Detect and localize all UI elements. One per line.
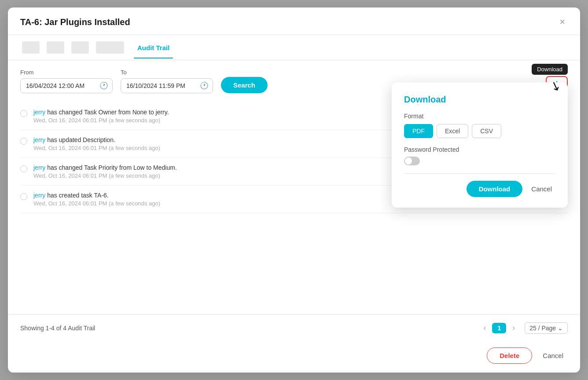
audit-radio[interactable]: [20, 165, 27, 172]
search-button[interactable]: Search: [221, 77, 268, 93]
tab-placeholder-1: [22, 41, 40, 54]
format-label: Format: [404, 113, 555, 120]
audit-time: Wed, Oct 16, 2024 06:01 PM (a few second…: [33, 172, 177, 179]
bottom-actions: Delete Cancel: [8, 341, 580, 373]
filter-to-group: To 🕐: [121, 69, 213, 93]
tab-placeholder-2: [47, 41, 64, 54]
audit-time: Wed, Oct 16, 2024 06:01 PM (a few second…: [33, 200, 160, 207]
to-date-input[interactable]: [121, 78, 213, 93]
audit-text: jerry has created task TA-6. Wed, Oct 16…: [33, 192, 160, 207]
filter-from-group: From 🕐: [20, 69, 113, 93]
modal-footer: Showing 1-4 of 4 Audit Trail ‹ 1 › 25 / …: [8, 314, 580, 341]
close-button[interactable]: ×: [557, 16, 568, 28]
audit-user[interactable]: jerry: [33, 192, 45, 199]
audit-main: jerry has created task TA-6.: [33, 192, 160, 199]
modal-overlay: TA-6: Jar Plugins Installed × Audit Trai…: [0, 0, 588, 380]
pagination: ‹ 1 › 25 / Page ⌄: [480, 322, 568, 334]
audit-action: has updated Description.: [47, 136, 115, 143]
audit-user[interactable]: jerry: [33, 109, 45, 116]
showing-text: Showing 1-4 of 4 Audit Trail: [20, 325, 95, 332]
from-date-wrap: 🕐: [20, 78, 113, 93]
delete-button[interactable]: Delete: [487, 347, 532, 364]
current-page-button[interactable]: 1: [492, 323, 506, 333]
audit-radio[interactable]: [20, 193, 27, 200]
popup-actions: Download Cancel: [404, 181, 555, 197]
audit-action: has changed Task Owner from None to jerr…: [47, 109, 169, 116]
audit-action: has created task TA-6.: [47, 192, 109, 199]
next-page-button[interactable]: ›: [509, 322, 518, 334]
per-page-text: 25 / Page: [529, 325, 556, 332]
format-csv-button[interactable]: CSV: [472, 124, 501, 138]
audit-text: jerry has changed Task Owner from None t…: [33, 109, 169, 124]
download-popup-title: Download: [404, 95, 555, 105]
audit-text: jerry has updated Description. Wed, Oct …: [33, 136, 160, 151]
from-date-input[interactable]: [20, 78, 113, 93]
pw-label: Password Protected: [404, 146, 555, 153]
audit-radio[interactable]: [20, 110, 27, 117]
audit-time: Wed, Oct 16, 2024 06:01 PM (a few second…: [33, 117, 169, 124]
tab-placeholder-3: [71, 41, 89, 54]
to-label: To: [121, 69, 213, 76]
audit-radio[interactable]: [20, 138, 27, 145]
tab-audit-trail[interactable]: Audit Trail: [134, 37, 173, 58]
format-buttons: PDF Excel CSV: [404, 124, 555, 138]
from-label: From: [20, 69, 113, 76]
password-toggle[interactable]: [404, 157, 420, 165]
popup-divider: [404, 173, 555, 174]
format-pdf-button[interactable]: PDF: [404, 124, 433, 138]
audit-time: Wed, Oct 16, 2024 06:01 PM (a few second…: [33, 145, 160, 151]
audit-user[interactable]: jerry: [33, 164, 45, 171]
audit-main: jerry has changed Task Priority from Low…: [33, 164, 177, 171]
tab-placeholder-4: [96, 41, 124, 54]
modal-header: TA-6: Jar Plugins Installed ×: [8, 7, 580, 35]
per-page-select[interactable]: 25 / Page ⌄: [525, 322, 568, 334]
audit-user[interactable]: jerry: [33, 136, 45, 143]
to-date-wrap: 🕐: [121, 78, 213, 93]
modal-tabs: Audit Trail: [8, 35, 580, 60]
password-toggle-wrap: [404, 157, 555, 165]
download-popup: Download Format PDF Excel CSV Password P…: [392, 82, 568, 208]
audit-action: has changed Task Priority from Low to Me…: [47, 164, 177, 171]
modal-title: TA-6: Jar Plugins Installed: [20, 17, 130, 27]
popup-cancel-button[interactable]: Cancel: [528, 181, 555, 197]
audit-text: jerry has changed Task Priority from Low…: [33, 164, 177, 179]
audit-main: jerry has changed Task Owner from None t…: [33, 109, 169, 116]
popup-download-button[interactable]: Download: [467, 181, 523, 197]
cancel-bottom-button[interactable]: Cancel: [538, 348, 568, 363]
audit-main: jerry has updated Description.: [33, 136, 160, 143]
modal: TA-6: Jar Plugins Installed × Audit Trai…: [8, 7, 580, 373]
prev-page-button[interactable]: ‹: [480, 322, 489, 334]
format-excel-button[interactable]: Excel: [437, 124, 468, 138]
